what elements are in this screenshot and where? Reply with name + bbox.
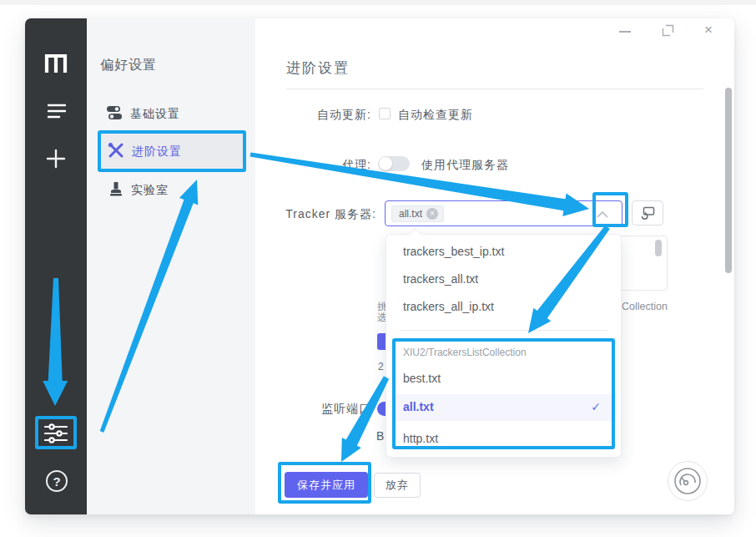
sidebar-item-lab[interactable]: 实验室 [131,183,169,198]
help-glyph: ? [46,470,68,492]
page-top-strip [0,0,756,5]
advanced-settings-icon [108,142,124,159]
tracker-dropdown: trackers_best_ip.txt trackers_all.txt tr… [386,234,622,458]
maximize-button[interactable] [662,24,674,37]
dropdown-item[interactable]: trackers_all_ip.txt [386,293,622,321]
auto-update-checkbox-label[interactable]: 自动检查更新 [398,108,473,123]
hint-fragment-tail: Collection [622,301,668,312]
page-title: 进阶设置 [286,58,350,78]
app-sidebar: ? [25,18,87,514]
sidebar-item-advanced-settings[interactable]: 进阶设置 [132,144,182,160]
window-scrollbar[interactable] [725,88,732,273]
sidebar-item-basic-settings[interactable]: 基础设置 [130,107,180,122]
tracker-tag: all.txt × [391,205,444,222]
basic-settings-icon [106,105,123,120]
tracker-tag-text: all.txt [399,208,422,220]
proxy-label: 代理: [342,158,371,173]
tag-remove-icon[interactable]: × [426,208,438,220]
save-apply-button[interactable]: 保存并应用 [285,472,368,498]
title-divider [286,89,703,89]
dropdown-item-selected[interactable]: all.txt [386,393,622,420]
app-window: ? 偏好设置 基础设置 进阶设置 [25,18,734,514]
minimize-button[interactable] [619,31,631,33]
bt-row-fragment: B [376,429,385,443]
sync-trackers-button[interactable] [632,200,663,225]
dropdown-item[interactable]: trackers_all.txt [386,266,622,293]
lab-icon [108,180,123,197]
speedometer-icon [673,467,702,495]
listen-port-label: 监听端口 [321,402,371,417]
textarea-scrollbar[interactable] [655,240,662,256]
hint-fragment-2: 选 [377,311,386,325]
proxy-toggle[interactable] [378,156,410,171]
dropdown-item[interactable]: best.txt [386,365,622,392]
discard-button[interactable]: 放弃 [374,473,421,498]
dropdown-divider [401,330,607,331]
preferences-sliders-icon[interactable] [43,423,68,444]
check-icon: ✓ [591,393,601,420]
preferences-title: 偏好设置 [100,57,157,74]
motrix-logo-icon [43,52,69,75]
close-button[interactable]: × [704,22,713,38]
dropdown-group-label: XIU2/TrackersListCollection [403,347,527,358]
tracker-count-fragment: 2 [378,361,384,372]
preferences-panel: 偏好设置 [87,18,255,514]
proxy-toggle-knob [379,157,392,170]
chevron-up-icon[interactable] [597,211,608,218]
proxy-toggle-label: 使用代理服务器 [421,158,509,173]
add-task-icon[interactable] [46,149,66,169]
tracker-select[interactable]: all.txt × [385,200,622,226]
auto-update-checkbox[interactable] [379,108,391,119]
dropdown-item[interactable]: http.txt [386,425,622,452]
speed-indicator-button[interactable] [668,461,708,501]
dropdown-item[interactable]: trackers_best_ip.txt [386,238,622,266]
task-list-icon[interactable] [48,103,66,119]
tracker-label: Tracker 服务器: [285,207,376,222]
auto-update-label: 自动更新: [317,108,371,123]
help-icon[interactable]: ? [45,469,68,493]
screenshot-stage: ? 偏好设置 基础设置 进阶设置 [0,0,756,537]
